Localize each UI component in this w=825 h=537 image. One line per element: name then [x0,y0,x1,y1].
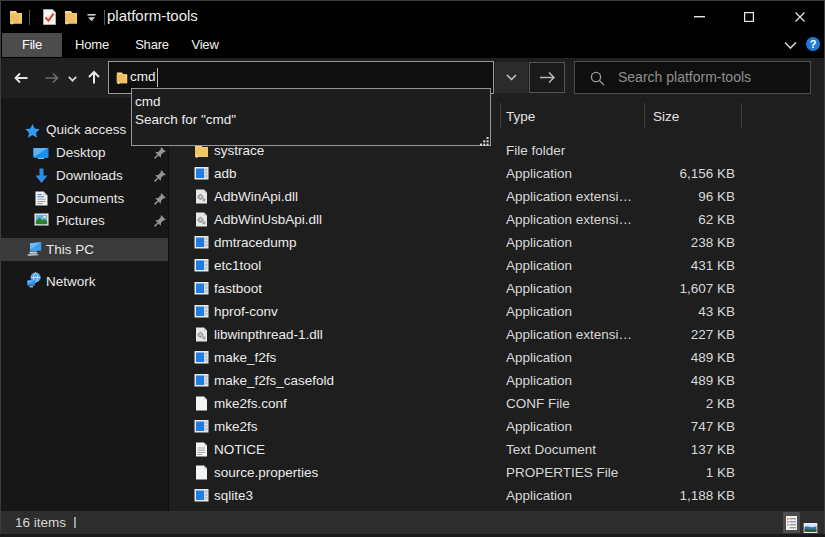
svg-text:?: ? [810,38,817,50]
